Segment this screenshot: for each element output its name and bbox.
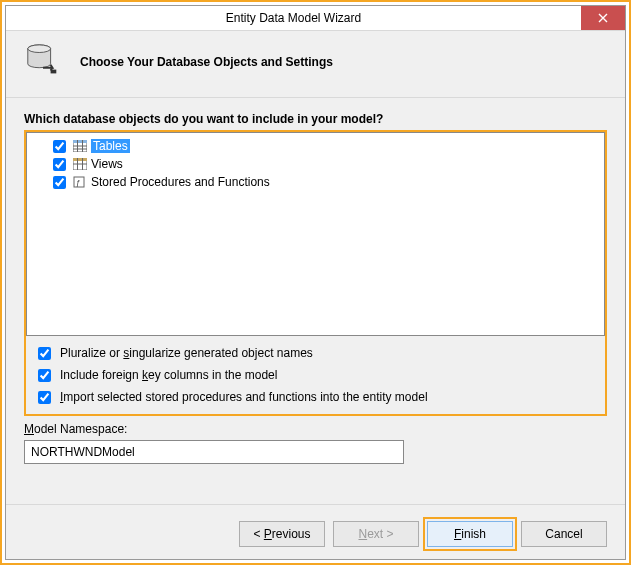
close-icon [598,13,608,23]
screenshot-frame: Entity Data Model Wizard Choose Your Dat… [0,0,631,565]
selection-highlight: Tables Views ƒ Stored Procedures and Fun… [24,130,607,416]
close-button[interactable] [581,6,625,30]
tables-icon [73,140,87,152]
tree-label: Tables [91,139,130,153]
tree-item-views[interactable]: Views [33,155,598,173]
header-separator [6,97,625,98]
window-title: Entity Data Model Wizard [6,6,581,30]
views-icon [73,158,87,170]
database-icon [24,43,62,81]
cancel-button[interactable]: Cancel [521,521,607,547]
next-button: Next > [333,521,419,547]
foreign-key-checkbox[interactable] [38,369,51,382]
option-label: Pluralize or singularize generated objec… [60,346,313,360]
namespace-input[interactable] [24,440,404,464]
wizard-header: Choose Your Database Objects and Setting… [6,31,625,97]
database-objects-tree[interactable]: Tables Views ƒ Stored Procedures and Fun… [26,132,605,336]
import-sprocs-option[interactable]: Import selected stored procedures and fu… [34,386,597,408]
options-group: Pluralize or singularize generated objec… [26,336,605,414]
previous-button[interactable]: < Previous [239,521,325,547]
svg-rect-4 [73,140,87,143]
header-title: Choose Your Database Objects and Setting… [80,55,333,69]
content-area: Which database objects do you want to in… [6,112,625,464]
footer-separator [6,504,625,505]
question-label: Which database objects do you want to in… [24,112,607,126]
views-checkbox[interactable] [53,158,66,171]
option-label: Include foreign key columns in the model [60,368,277,382]
pluralize-checkbox[interactable] [38,347,51,360]
tree-item-sprocs[interactable]: ƒ Stored Procedures and Functions [33,173,598,191]
svg-text:ƒ: ƒ [76,178,80,187]
wizard-window: Entity Data Model Wizard Choose Your Dat… [5,5,626,560]
svg-rect-10 [73,158,87,161]
tree-item-tables[interactable]: Tables [33,137,598,155]
pluralize-option[interactable]: Pluralize or singularize generated objec… [34,342,597,364]
titlebar: Entity Data Model Wizard [6,6,625,31]
sproc-icon: ƒ [73,176,87,188]
tables-checkbox[interactable] [53,140,66,153]
option-label: Import selected stored procedures and fu… [60,390,428,404]
foreign-key-option[interactable]: Include foreign key columns in the model [34,364,597,386]
finish-button[interactable]: Finish [427,521,513,547]
import-sprocs-checkbox[interactable] [38,391,51,404]
svg-point-1 [28,45,51,53]
sprocs-checkbox[interactable] [53,176,66,189]
namespace-label: Model Namespace: [24,422,607,436]
svg-rect-2 [51,70,57,74]
tree-label: Views [91,157,123,171]
button-row: < Previous Next > Finish Cancel [6,521,625,547]
tree-label: Stored Procedures and Functions [91,175,270,189]
